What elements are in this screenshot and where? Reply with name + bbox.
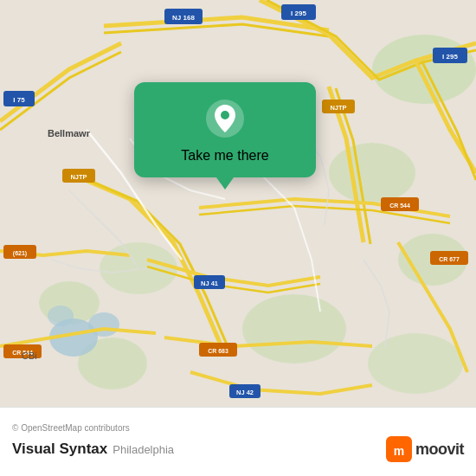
svg-point-1 [372, 35, 476, 104]
svg-text:NJ 168: NJ 168 [172, 14, 195, 22]
svg-text:(621): (621) [13, 250, 27, 257]
popup-card[interactable]: Take me there [134, 82, 316, 177]
take-me-there-button[interactable]: Take me there [181, 148, 268, 164]
svg-point-2 [329, 143, 415, 203]
svg-point-5 [368, 333, 463, 394]
svg-text:Bellmawr: Bellmawr [48, 128, 91, 138]
svg-text:I 295: I 295 [291, 10, 306, 17]
map-container: I 75 NJ 168 I 295 I 295 NJTP NJTP CR 544… [0, 0, 476, 407]
bottom-row: Visual Syntax Philadelphia m moovit [12, 436, 464, 462]
svg-text:CBi: CBi [22, 351, 37, 361]
svg-text:NJ 41: NJ 41 [201, 280, 218, 287]
bottom-bar: © OpenStreetMap contributors Visual Synt… [0, 407, 476, 476]
svg-point-4 [242, 294, 346, 363]
svg-text:NJTP: NJTP [330, 104, 346, 112]
svg-point-12 [48, 306, 74, 326]
app-title: Visual Syntax [12, 441, 107, 458]
svg-text:NJ 42: NJ 42 [236, 389, 254, 396]
svg-text:I 75: I 75 [13, 96, 25, 104]
app-subtitle: Philadelphia [113, 443, 174, 456]
moovit-brand-icon: m [386, 436, 412, 462]
svg-point-11 [88, 312, 119, 337]
svg-text:NJTP: NJTP [70, 173, 87, 181]
moovit-logo: m moovit [386, 436, 464, 462]
svg-text:CR 683: CR 683 [208, 348, 228, 354]
svg-text:CR 677: CR 677 [439, 256, 460, 262]
copyright-text: © OpenStreetMap contributors [12, 423, 464, 433]
svg-text:I 295: I 295 [442, 53, 458, 61]
moovit-brand-text: moovit [415, 441, 464, 459]
svg-point-42 [221, 111, 229, 119]
svg-text:CR 544: CR 544 [389, 203, 410, 209]
title-area: Visual Syntax Philadelphia [12, 441, 174, 458]
location-pin-icon [204, 98, 246, 139]
svg-text:m: m [394, 444, 404, 458]
